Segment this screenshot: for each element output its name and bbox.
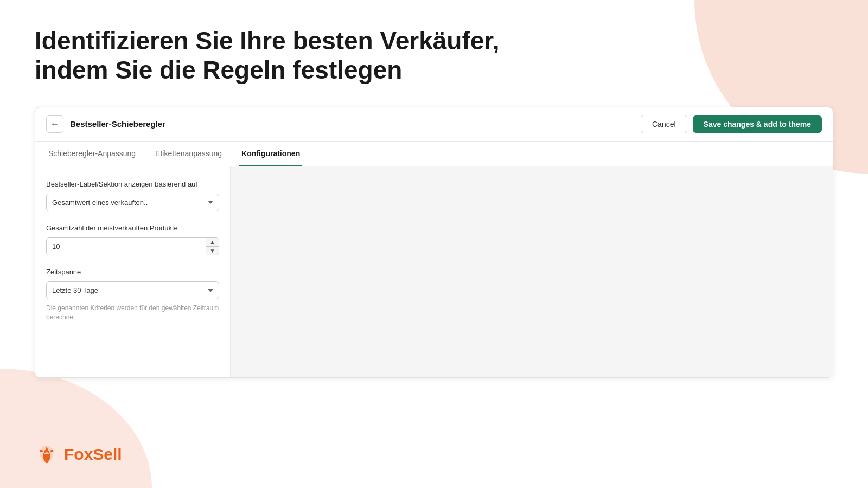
panel-title: Bestseller-Schieberegler [70, 119, 165, 129]
number-decrement-button[interactable]: ▼ [206, 247, 219, 255]
tab-schieberegler[interactable]: Schieberegler-Anpassung [46, 142, 138, 166]
zeitspanne-field-group: Zeitspanne Letzte 7 Tage Letzte 30 Tage … [46, 267, 219, 323]
tab-konfigurationen[interactable]: Konfigurationen [239, 142, 302, 166]
cancel-button[interactable]: Cancel [641, 115, 687, 133]
label-section-select[interactable]: Gesamtwert eines verkauften.. Anzahl der… [46, 194, 219, 211]
label-section-field-group: Bestseller-Label/Sektion anzeigen basier… [46, 179, 219, 211]
panel-header-left: ← Bestseller-Schieberegler [46, 115, 165, 133]
save-button[interactable]: Save changes & add to theme [693, 115, 822, 133]
label-section-label: Bestseller-Label/Sektion anzeigen basier… [46, 179, 219, 189]
page-title: Identifizieren Sie Ihre besten Verkäufer… [35, 26, 523, 85]
number-stepper: ▲ ▼ [206, 238, 219, 255]
zeitspanne-label: Zeitspanne [46, 267, 219, 277]
panel-header: ← Bestseller-Schieberegler Cancel Save c… [35, 107, 833, 142]
zeitspanne-select[interactable]: Letzte 7 Tage Letzte 30 Tage Letzte 90 T… [46, 281, 219, 299]
top-products-label: Gesamtzahl der meistverkauften Produkte [46, 223, 219, 233]
top-products-field-group: Gesamtzahl der meistverkauften Produkte … [46, 223, 219, 255]
tab-etikettenanpassung[interactable]: Etikettenanpassung [153, 142, 224, 166]
foxsell-logo-text: FoxSell [64, 445, 122, 464]
widget-panel: ← Bestseller-Schieberegler Cancel Save c… [35, 107, 833, 378]
panel-tabs: Schieberegler-Anpassung Etikettenanpassu… [35, 142, 833, 166]
logo-area: FoxSell [35, 429, 833, 466]
top-products-input-wrap: ▲ ▼ [46, 237, 219, 255]
back-icon: ← [50, 119, 59, 129]
panel-body: Bestseller-Label/Sektion anzeigen basier… [35, 166, 833, 377]
foxsell-logo-icon [35, 442, 59, 466]
panel-main-area [231, 166, 833, 377]
number-increment-button[interactable]: ▲ [206, 238, 219, 247]
top-products-input[interactable] [47, 238, 206, 255]
zeitspanne-hint: Die genannten Kriterien werden für den g… [46, 304, 219, 323]
panel-header-actions: Cancel Save changes & add to theme [641, 115, 822, 133]
panel-sidebar: Bestseller-Label/Sektion anzeigen basier… [35, 166, 231, 377]
back-button[interactable]: ← [46, 115, 63, 133]
